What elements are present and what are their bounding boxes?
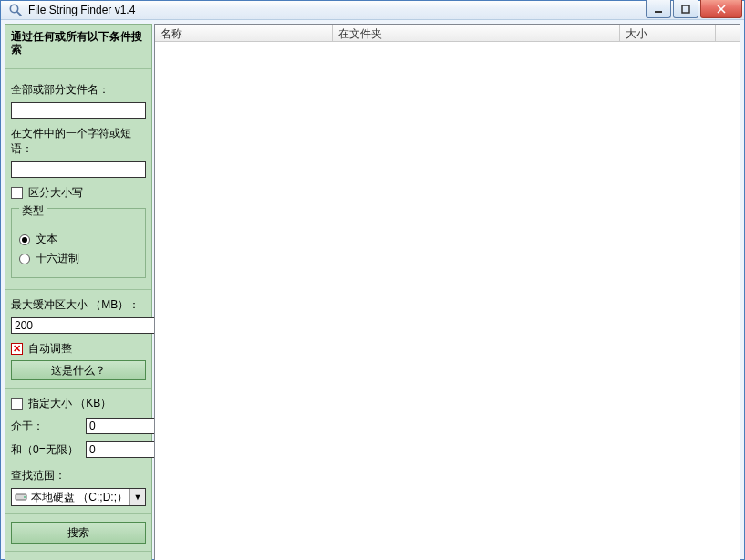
type-group: 类型 文本 十六进制 (11, 208, 146, 278)
auto-adjust-label: 自动调整 (28, 341, 72, 357)
column-folder[interactable]: 在文件夹 (333, 25, 620, 41)
type-legend: 类型 (19, 203, 47, 219)
size-min-spinner[interactable]: ▲ ▼ (86, 418, 142, 434)
panel-heading: 通过任何或所有以下条件搜索 (11, 30, 146, 56)
maximize-button[interactable] (673, 0, 698, 18)
app-icon (8, 3, 23, 17)
svg-rect-2 (655, 11, 662, 13)
drive-icon (15, 492, 27, 503)
scope-select[interactable]: 本地硬盘 （C:;D:;） ▼ (11, 488, 146, 506)
type-hex-radio[interactable] (19, 254, 30, 264)
divider (5, 551, 151, 552)
search-panel: 通过任何或所有以下条件搜索 全部或部分文件名： 在文件中的一个字符或短语： 区分… (5, 24, 152, 560)
content-label: 在文件中的一个字符或短语： (11, 126, 146, 157)
auto-adjust-checkbox[interactable]: ✕ (11, 343, 23, 355)
divider (5, 513, 151, 514)
size-enable-checkbox[interactable] (11, 398, 23, 410)
filename-input[interactable] (11, 102, 146, 119)
size-between-label: 介于： (11, 419, 82, 434)
client-area: 通过任何或所有以下条件搜索 全部或部分文件名： 在文件中的一个字符或短语： 区分… (1, 20, 744, 560)
buffer-spinner[interactable]: ▲ ▼ (11, 317, 146, 334)
divider (5, 289, 151, 290)
maximize-icon (681, 5, 690, 14)
type-text-label: 文本 (36, 232, 57, 247)
minimize-icon (654, 5, 663, 14)
size-and-label: 和（0=无限） (11, 442, 82, 458)
results-pane: 名称 在文件夹 大小 (154, 24, 740, 560)
svg-rect-3 (682, 5, 689, 13)
results-list[interactable] (155, 42, 740, 560)
svg-point-7 (24, 496, 26, 498)
case-sensitive-label: 区分大小写 (28, 185, 83, 201)
scope-value: 本地硬盘 （C:;D:;） (31, 490, 129, 505)
search-button[interactable]: 搜索 (11, 522, 146, 544)
close-button[interactable] (700, 0, 742, 18)
results-header: 名称 在文件夹 大小 (155, 25, 740, 42)
column-name[interactable]: 名称 (155, 25, 333, 41)
column-size[interactable]: 大小 (620, 25, 716, 41)
scope-label: 查找范围： (11, 468, 146, 483)
size-max-spinner[interactable]: ▲ ▼ (86, 441, 142, 458)
filename-label: 全部或部分文件名： (11, 82, 146, 98)
app-window: File String Finder v1.4 通过任何或所有以下条件搜索 全部… (0, 0, 745, 560)
buffer-label: 最大缓冲区大小 （MB）： (11, 297, 146, 313)
column-spacer (716, 25, 740, 41)
title-bar[interactable]: File String Finder v1.4 (1, 1, 744, 20)
divider (5, 388, 151, 389)
type-hex-label: 十六进制 (36, 251, 79, 266)
buffer-input[interactable] (11, 317, 154, 334)
window-buttons (644, 1, 742, 19)
chevron-down-icon[interactable]: ▼ (129, 489, 145, 505)
divider (5, 68, 151, 69)
content-input[interactable] (11, 161, 146, 178)
case-sensitive-checkbox[interactable] (11, 187, 23, 199)
size-enable-label: 指定大小 （KB） (28, 396, 111, 411)
what-is-this-button[interactable]: 这是什么？ (11, 360, 146, 380)
svg-line-1 (17, 12, 21, 16)
minimize-button[interactable] (646, 0, 671, 18)
close-icon (717, 5, 726, 14)
window-title: File String Finder v1.4 (28, 4, 644, 16)
type-text-radio[interactable] (19, 234, 30, 245)
